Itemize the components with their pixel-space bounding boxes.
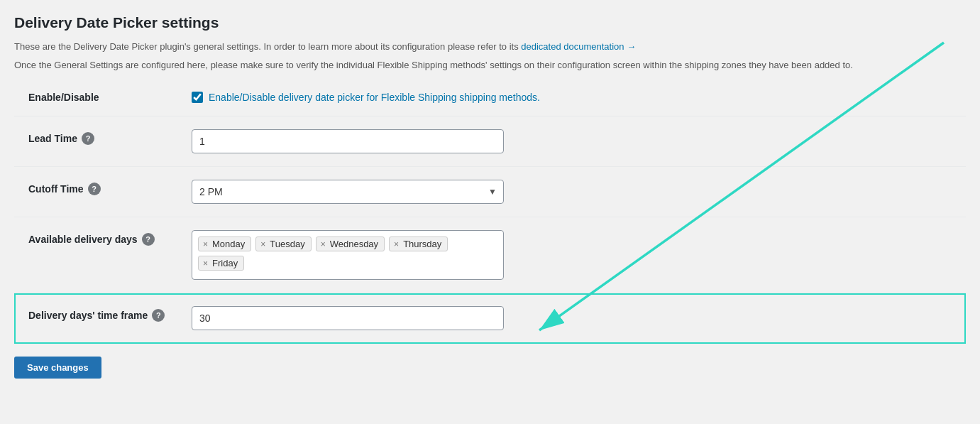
docs-link[interactable]: dedicated documentation →	[521, 41, 636, 52]
remove-wednesday-icon[interactable]: ×	[321, 239, 326, 249]
available-days-tags[interactable]: × Monday × Tuesday × Wednesday × Thursda…	[192, 230, 504, 280]
remove-friday-icon[interactable]: ×	[203, 259, 208, 268]
cutoff-time-select-wrapper: No cutoff 12 AM1 AM2 AM3 AM 4 AM5 AM6 AM…	[192, 180, 504, 204]
lead-time-field	[185, 129, 966, 153]
description-1: These are the Delivery Date Picker plugi…	[14, 40, 966, 54]
enable-disable-checkbox-label: Enable/Disable delivery date picker for …	[209, 92, 540, 103]
lead-time-row: Lead Time ?	[14, 116, 966, 167]
cutoff-time-help-icon[interactable]: ?	[88, 183, 101, 195]
cutoff-time-label: Cutoff Time ?	[14, 180, 185, 195]
available-days-row: Available delivery days ? × Monday × Tue…	[14, 217, 966, 293]
cutoff-time-row: Cutoff Time ? No cutoff 12 AM1 AM2 AM3 A…	[14, 167, 966, 217]
remove-thursday-icon[interactable]: ×	[394, 239, 399, 249]
cutoff-time-select[interactable]: No cutoff 12 AM1 AM2 AM3 AM 4 AM5 AM6 AM…	[192, 180, 504, 204]
available-days-field: × Monday × Tuesday × Wednesday × Thursda…	[185, 230, 966, 280]
available-days-label: Available delivery days ?	[14, 230, 185, 246]
page-title: Delivery Date Picker settings	[14, 14, 966, 31]
available-days-help-icon[interactable]: ?	[142, 233, 155, 246]
remove-tuesday-icon[interactable]: ×	[260, 239, 265, 249]
enable-disable-field: Enable/Disable delivery date picker for …	[185, 89, 966, 103]
settings-page: Delivery Date Picker settings These are …	[0, 0, 980, 424]
enable-disable-row: Enable/Disable Enable/Disable delivery d…	[14, 76, 966, 116]
tag-tuesday: × Tuesday	[255, 237, 311, 251]
tag-friday: × Friday	[198, 256, 244, 271]
enable-disable-checkbox-row: Enable/Disable delivery date picker for …	[192, 89, 952, 103]
tag-wednesday: × Wednesday	[316, 237, 385, 251]
lead-time-input[interactable]	[192, 129, 504, 153]
time-frame-field	[185, 306, 966, 330]
time-frame-row: Delivery days' time frame ?	[14, 293, 966, 344]
cutoff-time-field: No cutoff 12 AM1 AM2 AM3 AM 4 AM5 AM6 AM…	[185, 180, 966, 204]
enable-disable-label: Enable/Disable	[14, 89, 185, 103]
tag-thursday: × Thursday	[389, 237, 448, 251]
time-frame-label: Delivery days' time frame ?	[14, 306, 185, 322]
time-frame-input[interactable]	[192, 306, 504, 330]
time-frame-help-icon[interactable]: ?	[152, 309, 165, 322]
remove-monday-icon[interactable]: ×	[203, 239, 208, 249]
enable-disable-checkbox[interactable]	[192, 92, 203, 103]
description-2: Once the General Settings are configured…	[14, 58, 966, 72]
flexible-shipping-link[interactable]: Flexible Shipping	[381, 92, 457, 103]
save-button[interactable]: Save changes	[14, 357, 101, 379]
lead-time-label: Lead Time ?	[14, 129, 185, 145]
tag-monday: × Monday	[198, 237, 251, 251]
lead-time-help-icon[interactable]: ?	[82, 132, 94, 145]
